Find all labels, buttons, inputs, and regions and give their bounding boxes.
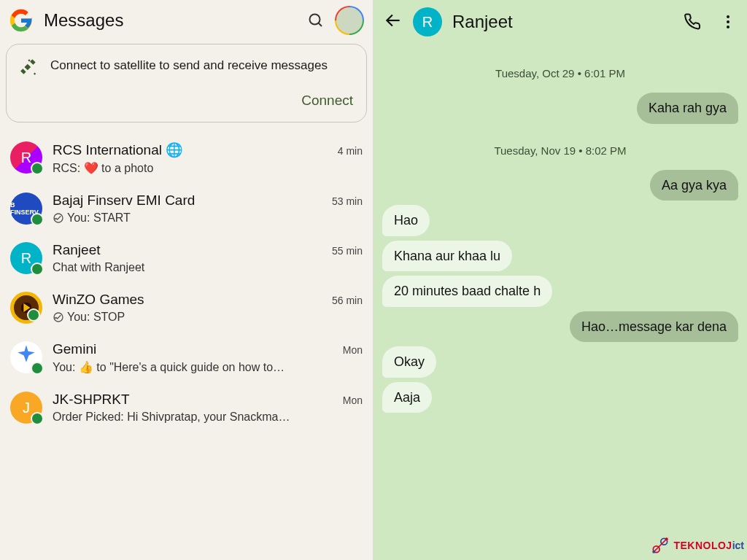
satellite-icon bbox=[20, 58, 39, 77]
satellite-card: Connect to satellite to send and receive… bbox=[6, 44, 367, 122]
svg-point-7 bbox=[727, 26, 729, 28]
incoming-message[interactable]: Okay bbox=[382, 346, 436, 378]
conversation-preview: You: 👍 to "Here's a quick guide on how t… bbox=[53, 360, 363, 374]
conversation-preview: You: START bbox=[53, 211, 363, 225]
call-icon[interactable] bbox=[684, 13, 702, 31]
conversation-item[interactable]: RRCS International 🌐4 minRCS: ❤️ to a ph… bbox=[1, 133, 371, 184]
conversation-avatar bbox=[10, 292, 42, 324]
satellite-message: Connect to satellite to send and receive… bbox=[50, 58, 328, 74]
conversation-name: JK-SHPRKT bbox=[53, 392, 337, 408]
svg-line-1 bbox=[319, 23, 322, 27]
status-dot-icon bbox=[31, 213, 44, 226]
conversation-time: Mon bbox=[343, 394, 363, 406]
outgoing-message[interactable]: Hao…message kar dena bbox=[570, 311, 738, 343]
status-dot-icon bbox=[27, 308, 40, 322]
conversation-main: WinZO Games56 minYou: STOP bbox=[53, 292, 363, 324]
more-icon[interactable] bbox=[719, 13, 737, 31]
conversation-time: 56 min bbox=[332, 295, 363, 306]
contact-avatar[interactable]: R bbox=[413, 7, 442, 36]
conversation-name: Bajaj Finserv EMI Card bbox=[53, 192, 326, 209]
conversation-main: Ranjeet55 minChat with Ranjeet bbox=[53, 242, 363, 274]
svg-point-6 bbox=[727, 20, 729, 23]
incoming-message[interactable]: 20 minutes baad chalte h bbox=[382, 276, 552, 307]
status-dot-icon bbox=[31, 412, 44, 425]
conversation-item[interactable]: JJK-SHPRKTMonOrder Picked: Hi Shivpratap… bbox=[1, 383, 371, 432]
conversation-preview: You: STOP bbox=[53, 311, 363, 324]
chat-pane: R Ranjeet Tuesday, Oct 29 • 6:01 PMKaha … bbox=[374, 0, 747, 560]
conversation-avatar: R bbox=[10, 141, 42, 174]
chat-body[interactable]: Tuesday, Oct 29 • 6:01 PMKaha rah gyaTue… bbox=[374, 44, 747, 560]
conversation-preview: RCS: ❤️ to a photo bbox=[53, 161, 363, 175]
outgoing-message[interactable]: Aa gya kya bbox=[650, 170, 738, 201]
outgoing-message[interactable]: Kaha rah gya bbox=[637, 93, 738, 124]
conversation-name: Ranjeet bbox=[53, 242, 326, 258]
chat-header: R Ranjeet bbox=[374, 0, 747, 44]
conversation-list: RRCS International 🌐4 minRCS: ❤️ to a ph… bbox=[0, 133, 373, 560]
contact-initial: R bbox=[422, 14, 433, 31]
status-dot-icon bbox=[31, 362, 44, 375]
conversation-item[interactable]: B FINSERVBajaj Finserv EMI Card53 minYou… bbox=[1, 184, 371, 233]
conversation-preview: Chat with Ranjeet bbox=[53, 261, 363, 274]
conversation-time: 4 min bbox=[338, 145, 363, 157]
contact-name[interactable]: Ranjeet bbox=[452, 12, 674, 32]
svg-point-5 bbox=[727, 15, 729, 18]
conversation-avatar: J bbox=[10, 392, 42, 424]
google-logo-icon bbox=[9, 8, 34, 33]
conversation-name: WinZO Games bbox=[53, 292, 326, 308]
conversation-item[interactable]: GeminiMonYou: 👍 to "Here's a quick guide… bbox=[1, 332, 371, 383]
profile-avatar[interactable] bbox=[335, 6, 364, 35]
conversation-main: JK-SHPRKTMonOrder Picked: Hi Shivpratap,… bbox=[53, 392, 363, 424]
status-dot-icon bbox=[31, 162, 44, 175]
app-title: Messages bbox=[44, 10, 297, 31]
conversation-name: RCS International 🌐 bbox=[53, 141, 332, 158]
conversation-time: 53 min bbox=[332, 195, 363, 207]
satellite-connect-button[interactable]: Connect bbox=[301, 93, 353, 109]
chat-timestamp: Tuesday, Oct 29 • 6:01 PM bbox=[382, 67, 738, 79]
conversation-item[interactable]: WinZO Games56 minYou: STOP bbox=[1, 283, 371, 332]
messages-list-pane: Messages Connect to satellite to send an… bbox=[0, 0, 374, 560]
conversation-main: Bajaj Finserv EMI Card53 minYou: START bbox=[53, 192, 363, 225]
search-icon[interactable] bbox=[307, 12, 325, 29]
conversation-name: Gemini bbox=[53, 341, 337, 357]
incoming-message[interactable]: Khana aur khaa lu bbox=[382, 241, 512, 272]
status-dot-icon bbox=[31, 262, 44, 276]
left-header: Messages bbox=[0, 0, 373, 44]
back-icon[interactable] bbox=[384, 11, 403, 33]
chat-timestamp: Tuesday, Nov 19 • 8:02 PM bbox=[382, 144, 738, 157]
incoming-message[interactable]: Hao bbox=[382, 205, 430, 236]
conversation-main: GeminiMonYou: 👍 to "Here's a quick guide… bbox=[53, 341, 363, 374]
conversation-avatar bbox=[10, 341, 42, 373]
incoming-message[interactable]: Aaja bbox=[382, 382, 432, 413]
conversation-time: 55 min bbox=[332, 245, 363, 257]
conversation-item[interactable]: RRanjeet55 minChat with Ranjeet bbox=[1, 233, 371, 283]
conversation-time: Mon bbox=[343, 344, 363, 356]
conversation-main: RCS International 🌐4 minRCS: ❤️ to a pho… bbox=[53, 141, 363, 175]
conversation-avatar: R bbox=[10, 242, 42, 274]
conversation-preview: Order Picked: Hi Shivpratap, your Snackm… bbox=[53, 411, 363, 424]
svg-point-0 bbox=[310, 15, 320, 25]
conversation-avatar: B FINSERV bbox=[10, 192, 42, 225]
